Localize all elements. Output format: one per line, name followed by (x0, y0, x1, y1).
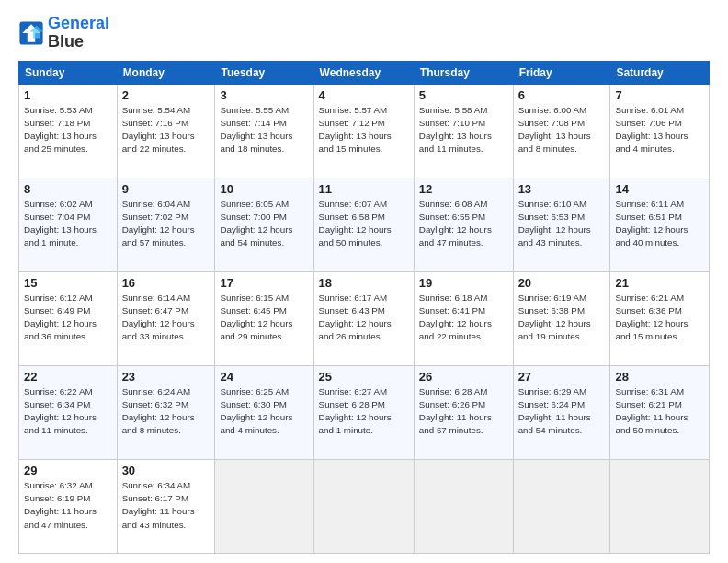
logo-line2: Blue (48, 33, 109, 52)
weekday-header-tuesday: Tuesday (215, 61, 313, 84)
day-info: Sunrise: 6:34 AMSunset: 6:17 PMDaylight:… (122, 479, 210, 532)
day-info: Sunrise: 6:31 AMSunset: 6:21 PMDaylight:… (615, 385, 704, 438)
day-info: Sunrise: 5:55 AMSunset: 7:14 PMDaylight:… (220, 104, 308, 156)
calendar-cell: 23Sunrise: 6:24 AMSunset: 6:32 PMDayligh… (117, 365, 215, 459)
weekday-header-friday: Friday (513, 61, 610, 84)
week-row-3: 15Sunrise: 6:12 AMSunset: 6:49 PMDayligh… (19, 271, 710, 365)
day-info: Sunrise: 6:01 AMSunset: 7:06 PMDaylight:… (615, 104, 704, 156)
calendar-cell: 26Sunrise: 6:28 AMSunset: 6:26 PMDayligh… (414, 365, 513, 459)
calendar-cell: 14Sunrise: 6:11 AMSunset: 6:51 PMDayligh… (610, 178, 710, 271)
day-number: 8 (24, 182, 112, 196)
calendar-cell: 4Sunrise: 5:57 AMSunset: 7:12 PMDaylight… (313, 84, 414, 178)
day-number: 3 (220, 88, 308, 102)
day-info: Sunrise: 5:53 AMSunset: 7:18 PMDaylight:… (24, 104, 112, 156)
calendar-cell (313, 459, 414, 553)
day-info: Sunrise: 6:02 AMSunset: 7:04 PMDaylight:… (24, 198, 112, 250)
calendar-cell: 22Sunrise: 6:22 AMSunset: 6:34 PMDayligh… (19, 365, 118, 459)
day-info: Sunrise: 6:00 AMSunset: 7:08 PMDaylight:… (518, 104, 606, 156)
day-info: Sunrise: 6:04 AMSunset: 7:02 PMDaylight:… (122, 198, 210, 250)
day-number: 22 (24, 370, 112, 384)
day-info: Sunrise: 6:07 AMSunset: 6:58 PMDaylight:… (319, 198, 409, 250)
calendar-cell: 17Sunrise: 6:15 AMSunset: 6:45 PMDayligh… (215, 271, 313, 365)
day-info: Sunrise: 6:32 AMSunset: 6:19 PMDaylight:… (24, 479, 112, 532)
day-info: Sunrise: 6:27 AMSunset: 6:28 PMDaylight:… (319, 385, 409, 438)
calendar-cell: 30Sunrise: 6:34 AMSunset: 6:17 PMDayligh… (117, 459, 215, 553)
day-number: 28 (615, 370, 704, 384)
day-number: 12 (419, 182, 508, 196)
logo-line1: General (48, 15, 109, 33)
weekday-header-thursday: Thursday (414, 61, 513, 84)
day-number: 11 (319, 182, 409, 196)
calendar-cell: 2Sunrise: 5:54 AMSunset: 7:16 PMDaylight… (117, 84, 215, 178)
day-info: Sunrise: 6:25 AMSunset: 6:30 PMDaylight:… (220, 385, 308, 438)
day-number: 5 (419, 88, 508, 102)
weekday-header-wednesday: Wednesday (313, 61, 414, 84)
calendar-cell: 3Sunrise: 5:55 AMSunset: 7:14 PMDaylight… (215, 84, 313, 178)
day-number: 19 (419, 276, 508, 290)
calendar-cell: 5Sunrise: 5:58 AMSunset: 7:10 PMDaylight… (414, 84, 513, 178)
calendar-cell: 1Sunrise: 5:53 AMSunset: 7:18 PMDaylight… (19, 84, 118, 178)
day-info: Sunrise: 6:11 AMSunset: 6:51 PMDaylight:… (615, 198, 704, 250)
day-number: 4 (319, 88, 409, 102)
calendar-cell: 24Sunrise: 6:25 AMSunset: 6:30 PMDayligh… (215, 365, 313, 459)
calendar-cell (414, 459, 513, 553)
day-info: Sunrise: 5:54 AMSunset: 7:16 PMDaylight:… (122, 104, 210, 156)
day-number: 1 (24, 88, 112, 102)
calendar-cell: 27Sunrise: 6:29 AMSunset: 6:24 PMDayligh… (513, 365, 610, 459)
weekday-header-sunday: Sunday (19, 61, 118, 84)
calendar-cell: 13Sunrise: 6:10 AMSunset: 6:53 PMDayligh… (513, 178, 610, 271)
day-info: Sunrise: 6:14 AMSunset: 6:47 PMDaylight:… (122, 292, 210, 344)
calendar-cell: 12Sunrise: 6:08 AMSunset: 6:55 PMDayligh… (414, 178, 513, 271)
day-number: 7 (615, 88, 704, 102)
day-info: Sunrise: 5:57 AMSunset: 7:12 PMDaylight:… (319, 104, 409, 156)
day-info: Sunrise: 6:15 AMSunset: 6:45 PMDaylight:… (220, 292, 308, 344)
day-info: Sunrise: 6:12 AMSunset: 6:49 PMDaylight:… (24, 292, 112, 344)
week-row-5: 29Sunrise: 6:32 AMSunset: 6:19 PMDayligh… (19, 459, 710, 553)
day-number: 30 (122, 464, 210, 477)
header: GeneralBlue (18, 15, 710, 52)
calendar-cell: 10Sunrise: 6:05 AMSunset: 7:00 PMDayligh… (215, 178, 313, 271)
day-number: 17 (220, 276, 308, 290)
day-number: 26 (419, 370, 508, 384)
calendar-cell: 18Sunrise: 6:17 AMSunset: 6:43 PMDayligh… (313, 271, 414, 365)
calendar-cell: 11Sunrise: 6:07 AMSunset: 6:58 PMDayligh… (313, 178, 414, 271)
day-number: 10 (220, 182, 308, 196)
calendar-cell (513, 459, 610, 553)
week-row-4: 22Sunrise: 6:22 AMSunset: 6:34 PMDayligh… (19, 365, 710, 459)
day-number: 21 (615, 276, 704, 290)
calendar-cell: 20Sunrise: 6:19 AMSunset: 6:38 PMDayligh… (513, 271, 610, 365)
day-number: 29 (24, 464, 112, 477)
calendar-cell: 15Sunrise: 6:12 AMSunset: 6:49 PMDayligh… (19, 271, 118, 365)
day-info: Sunrise: 6:05 AMSunset: 7:00 PMDaylight:… (220, 198, 308, 250)
calendar-cell: 21Sunrise: 6:21 AMSunset: 6:36 PMDayligh… (610, 271, 710, 365)
calendar-cell (610, 459, 710, 553)
day-info: Sunrise: 6:24 AMSunset: 6:32 PMDaylight:… (122, 385, 210, 438)
day-info: Sunrise: 6:29 AMSunset: 6:24 PMDaylight:… (518, 385, 606, 438)
day-info: Sunrise: 6:21 AMSunset: 6:36 PMDaylight:… (615, 292, 704, 344)
calendar-cell: 19Sunrise: 6:18 AMSunset: 6:41 PMDayligh… (414, 271, 513, 365)
calendar-cell (215, 459, 313, 553)
day-info: Sunrise: 6:10 AMSunset: 6:53 PMDaylight:… (518, 198, 606, 250)
day-number: 2 (122, 88, 210, 102)
day-info: Sunrise: 6:22 AMSunset: 6:34 PMDaylight:… (24, 385, 112, 438)
day-number: 6 (518, 88, 606, 102)
day-number: 9 (122, 182, 210, 196)
logo-icon (18, 20, 44, 46)
calendar-cell: 16Sunrise: 6:14 AMSunset: 6:47 PMDayligh… (117, 271, 215, 365)
calendar-cell: 8Sunrise: 6:02 AMSunset: 7:04 PMDaylight… (19, 178, 118, 271)
day-info: Sunrise: 6:08 AMSunset: 6:55 PMDaylight:… (419, 198, 508, 250)
day-number: 20 (518, 276, 606, 290)
weekday-header-saturday: Saturday (610, 61, 710, 84)
weekday-header-monday: Monday (117, 61, 215, 84)
day-info: Sunrise: 6:17 AMSunset: 6:43 PMDaylight:… (319, 292, 409, 344)
week-row-1: 1Sunrise: 5:53 AMSunset: 7:18 PMDaylight… (19, 84, 710, 178)
day-number: 24 (220, 370, 308, 384)
logo-text: GeneralBlue (48, 15, 109, 52)
day-number: 23 (122, 370, 210, 384)
calendar-cell: 7Sunrise: 6:01 AMSunset: 7:06 PMDaylight… (610, 84, 710, 178)
calendar-cell: 9Sunrise: 6:04 AMSunset: 7:02 PMDaylight… (117, 178, 215, 271)
calendar-cell: 29Sunrise: 6:32 AMSunset: 6:19 PMDayligh… (19, 459, 118, 553)
day-number: 16 (122, 276, 210, 290)
day-number: 14 (615, 182, 704, 196)
weekday-header-row: SundayMondayTuesdayWednesdayThursdayFrid… (19, 61, 710, 84)
